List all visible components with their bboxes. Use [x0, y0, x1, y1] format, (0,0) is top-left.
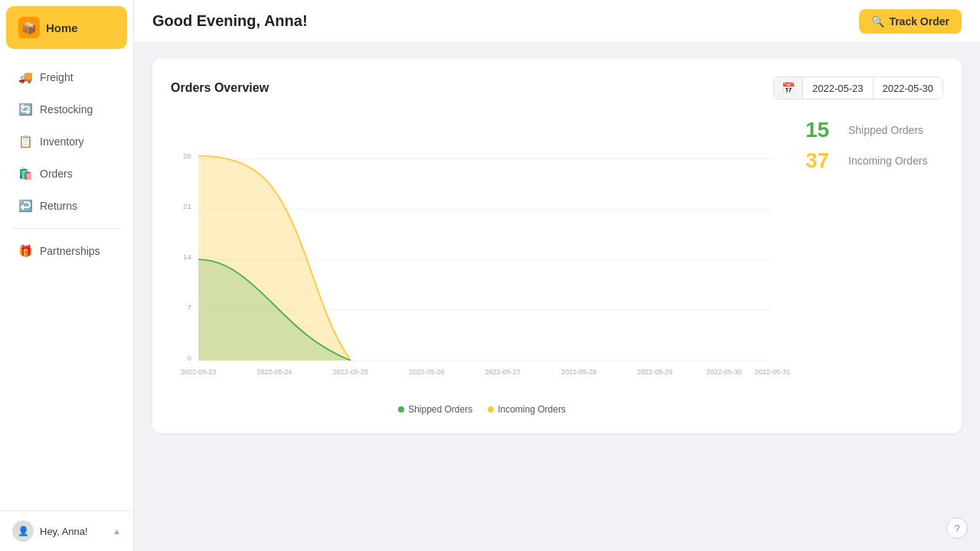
sidebar-nav: 🚚 Freight 🔄 Restocking 📋 Inventory 🛍️ Or…	[0, 55, 133, 510]
svg-text:2022-05-24: 2022-05-24	[256, 368, 292, 376]
svg-text:2022-05-23: 2022-05-23	[181, 368, 216, 376]
shipped-label: Shipped Orders	[848, 124, 923, 136]
main-content: Good Evening, Anna! 🔍 Track Order Orders…	[134, 0, 980, 551]
date-to: 2022-05-30	[874, 78, 943, 99]
incoming-stat-row: 37 Incoming Orders	[805, 148, 943, 173]
sidebar-item-freight[interactable]: 🚚 Freight	[6, 63, 127, 92]
search-icon: 🔍	[871, 15, 884, 28]
sidebar-item-returns[interactable]: ↩️ Returns	[6, 191, 127, 220]
svg-text:2022-05-26: 2022-05-26	[409, 368, 444, 376]
user-label: Hey, Anna!	[40, 526, 88, 537]
calendar-icon: 📅	[774, 77, 803, 99]
chart-graph: 0 7 14 21 28	[171, 112, 793, 415]
sidebar-item-label-freight: Freight	[40, 71, 74, 83]
page-title: Good Evening, Anna!	[152, 12, 308, 30]
track-order-label: Track Order	[889, 15, 949, 28]
chart-card: Orders Overview 📅 2022-05-23 2022-05-30	[152, 58, 962, 433]
legend-incoming-label: Incoming Orders	[498, 404, 566, 415]
chart-title: Orders Overview	[171, 81, 269, 95]
incoming-count: 37	[805, 148, 842, 173]
legend-shipped-label: Shipped Orders	[408, 404, 472, 415]
help-icon: ?	[954, 523, 959, 534]
date-range-picker[interactable]: 📅 2022-05-23 2022-05-30	[773, 77, 943, 99]
svg-text:14: 14	[183, 253, 192, 261]
svg-text:2022-05-28: 2022-05-28	[561, 368, 596, 376]
sidebar-item-label-inventory: Inventory	[40, 135, 84, 148]
legend-shipped: Shipped Orders	[398, 404, 472, 415]
chart-stats: 15 Shipped Orders 37 Incoming Orders	[805, 112, 943, 415]
chart-header: Orders Overview 📅 2022-05-23 2022-05-30	[171, 77, 943, 99]
topbar: Good Evening, Anna! 🔍 Track Order	[134, 0, 980, 43]
svg-text:21: 21	[183, 202, 192, 210]
legend-incoming: Incoming Orders	[488, 404, 566, 415]
shipped-count: 15	[805, 118, 842, 142]
sidebar-item-label-orders: Orders	[40, 168, 73, 180]
help-button[interactable]: ?	[946, 517, 968, 539]
sidebar-item-inventory[interactable]: 📋 Inventory	[6, 127, 127, 156]
stats-container: 15 Shipped Orders 37 Incoming Orders	[805, 118, 943, 173]
shipped-dot	[398, 406, 404, 412]
svg-text:2022-05-30: 2022-05-30	[707, 368, 742, 376]
incoming-label: Incoming Orders	[848, 155, 927, 167]
home-label: Home	[46, 21, 78, 34]
chart-area: 0 7 14 21 28	[171, 112, 943, 415]
shipped-stat-row: 15 Shipped Orders	[805, 118, 943, 142]
sidebar: 📦 Home 🚚 Freight 🔄 Restocking 📋 Inventor…	[0, 0, 134, 551]
svg-text:7: 7	[188, 303, 192, 311]
track-order-button[interactable]: 🔍 Track Order	[859, 9, 962, 34]
svg-text:28: 28	[183, 152, 192, 160]
partnerships-icon: 🎁	[18, 244, 32, 258]
sidebar-item-restocking[interactable]: 🔄 Restocking	[6, 95, 127, 124]
user-info: 👤 Hey, Anna!	[12, 520, 88, 542]
date-from: 2022-05-23	[803, 78, 874, 99]
restocking-icon: 🔄	[18, 103, 32, 116]
chevron-up-icon[interactable]: ▲	[113, 527, 121, 536]
returns-icon: ↩️	[18, 199, 32, 213]
home-nav-item[interactable]: 📦 Home	[6, 6, 127, 49]
sidebar-item-label-partnerships: Partnerships	[40, 245, 100, 257]
svg-text:0: 0	[188, 354, 192, 362]
svg-text:2022-05-29: 2022-05-29	[637, 368, 672, 376]
sidebar-divider	[12, 228, 121, 229]
svg-text:2022-05-27: 2022-05-27	[485, 368, 521, 376]
freight-icon: 🚚	[18, 70, 32, 84]
content-area: Orders Overview 📅 2022-05-23 2022-05-30	[134, 43, 980, 551]
svg-text:2022-05-25: 2022-05-25	[333, 368, 368, 376]
sidebar-item-label-restocking: Restocking	[40, 103, 93, 116]
incoming-dot	[488, 406, 494, 412]
sidebar-footer: 👤 Hey, Anna! ▲	[0, 510, 133, 551]
chart-legend: Shipped Orders Incoming Orders	[171, 404, 793, 415]
sidebar-item-partnerships[interactable]: 🎁 Partnerships	[6, 236, 127, 266]
chart-svg-wrapper: 0 7 14 21 28	[171, 112, 793, 398]
svg-text:2022-05-31: 2022-05-31	[755, 368, 790, 376]
logo-icon: 📦	[18, 17, 40, 38]
sidebar-item-label-returns: Returns	[40, 200, 77, 212]
avatar: 👤	[12, 520, 34, 542]
orders-icon: 🛍️	[18, 167, 32, 181]
inventory-icon: 📋	[18, 135, 32, 148]
sidebar-item-orders[interactable]: 🛍️ Orders	[6, 159, 127, 188]
